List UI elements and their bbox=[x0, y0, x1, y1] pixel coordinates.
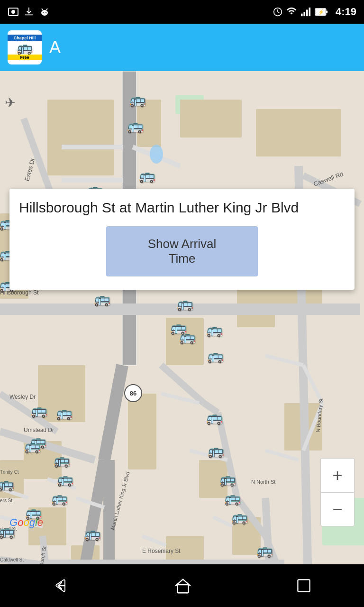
zoom-out-button[interactable]: − bbox=[320, 492, 355, 526]
airplane-icon: ✈ bbox=[5, 95, 16, 110]
svg-line-6 bbox=[46, 9, 47, 10]
svg-point-75 bbox=[150, 145, 163, 164]
svg-rect-10 bbox=[306, 9, 308, 16]
trinity-label: Trinity Ct bbox=[0, 469, 19, 475]
app-bar: Chapel Hill 🚌 Free A bbox=[0, 24, 364, 71]
umstead-dr-label: Umstead Dr bbox=[24, 427, 54, 433]
svg-rect-9 bbox=[303, 12, 305, 16]
logo-bus-icon: 🚌 bbox=[17, 41, 33, 55]
svg-point-1 bbox=[11, 10, 15, 14]
svg-rect-29 bbox=[256, 109, 341, 156]
status-time: 4:19 bbox=[336, 6, 356, 18]
bus-marker-21[interactable]: 🚌 bbox=[0, 476, 14, 492]
bus-marker-17[interactable]: 🚌 bbox=[51, 490, 68, 506]
highway-shield: 86 bbox=[124, 384, 142, 402]
bus-marker-6[interactable]: 🚌 bbox=[94, 291, 110, 307]
bus-marker-25[interactable]: 🚌 bbox=[224, 490, 241, 506]
bus-marker-9[interactable]: 🚌 bbox=[179, 329, 196, 345]
svg-point-2 bbox=[41, 10, 48, 16]
svg-point-3 bbox=[43, 12, 44, 13]
bus-marker-15[interactable]: 🚌 bbox=[54, 452, 70, 468]
logo-free-text: Free bbox=[8, 55, 42, 60]
svg-rect-25 bbox=[128, 394, 156, 469]
svg-rect-21 bbox=[180, 100, 242, 138]
show-arrival-button[interactable]: Show Arrival Time bbox=[106, 226, 258, 276]
zoom-controls: + − bbox=[320, 458, 355, 526]
bus-marker-2[interactable]: 🚌 bbox=[127, 118, 144, 134]
svg-rect-11 bbox=[309, 8, 310, 16]
bus-marker-19[interactable]: 🚌 bbox=[208, 443, 224, 459]
recent-button[interactable] bbox=[281, 572, 327, 599]
bus-marker-30[interactable]: 🚌 bbox=[256, 543, 273, 558]
svg-rect-19 bbox=[47, 100, 114, 175]
battery-icon: ⚡ bbox=[315, 7, 328, 17]
screenshot-icon bbox=[8, 6, 19, 18]
back-button[interactable] bbox=[37, 571, 85, 600]
home-icon bbox=[174, 577, 192, 595]
recent-icon bbox=[295, 577, 312, 594]
map-container[interactable]: Estes Dr Caswell Rd Hillsborough St Just… bbox=[0, 71, 364, 583]
nav-bar bbox=[0, 564, 364, 607]
bus-marker-20[interactable]: 🚌 bbox=[24, 438, 41, 454]
bus-marker-24[interactable]: 🚌 bbox=[219, 471, 236, 487]
svg-text:⚡: ⚡ bbox=[318, 9, 325, 15]
home-button[interactable] bbox=[160, 572, 206, 599]
android-icon bbox=[39, 6, 50, 18]
bus-marker-11[interactable]: 🚌 bbox=[207, 348, 224, 364]
bus-marker-10[interactable]: 🚌 bbox=[206, 322, 223, 338]
svg-rect-13 bbox=[326, 10, 328, 13]
bus-marker-3[interactable]: 🚌 bbox=[139, 168, 155, 184]
signal-icon bbox=[300, 7, 311, 17]
svg-rect-77 bbox=[298, 579, 309, 591]
app-title: A bbox=[49, 37, 61, 57]
highway-number: 86 bbox=[130, 390, 136, 397]
bus-marker-1[interactable]: 🚌 bbox=[129, 92, 146, 108]
download-icon bbox=[24, 7, 34, 17]
zoom-in-button[interactable]: + bbox=[320, 458, 355, 492]
svg-point-4 bbox=[46, 12, 46, 13]
google-watermark: Google bbox=[9, 516, 43, 529]
app-logo: Chapel Hill 🚌 Free bbox=[8, 30, 42, 64]
bus-marker-12[interactable]: 🚌 bbox=[31, 403, 47, 418]
bus-marker-27[interactable]: 🚌 bbox=[84, 526, 101, 542]
svg-line-5 bbox=[42, 9, 43, 10]
bus-marker-16[interactable]: 🚌 bbox=[57, 471, 73, 487]
bus-marker-26[interactable]: 🚌 bbox=[231, 509, 248, 525]
status-icons: ⚡ 4:19 bbox=[273, 6, 356, 18]
status-left-icons bbox=[8, 6, 50, 18]
e-rosemary-label: E Rosemary St bbox=[142, 548, 181, 554]
bus-marker-13[interactable]: 🚌 bbox=[56, 405, 73, 421]
clock-icon bbox=[273, 7, 282, 17]
wesley-dr-label: Wesley Dr bbox=[9, 394, 36, 400]
pers-label: ers St bbox=[0, 498, 12, 503]
popup-card: Hillsborough St at Martin Luther King Jr… bbox=[9, 189, 355, 290]
back-icon bbox=[52, 576, 71, 595]
svg-rect-8 bbox=[301, 14, 303, 16]
bus-marker-7[interactable]: 🚌 bbox=[177, 296, 193, 312]
status-bar: ⚡ 4:19 bbox=[0, 0, 364, 24]
stop-name: Hillsborough St at Martin Luther King Jr… bbox=[19, 198, 345, 217]
n-north-label: N North St bbox=[251, 479, 275, 485]
svg-rect-76 bbox=[178, 585, 189, 593]
bus-marker-18[interactable]: 🚌 bbox=[206, 410, 223, 425]
wifi-icon bbox=[286, 7, 297, 17]
